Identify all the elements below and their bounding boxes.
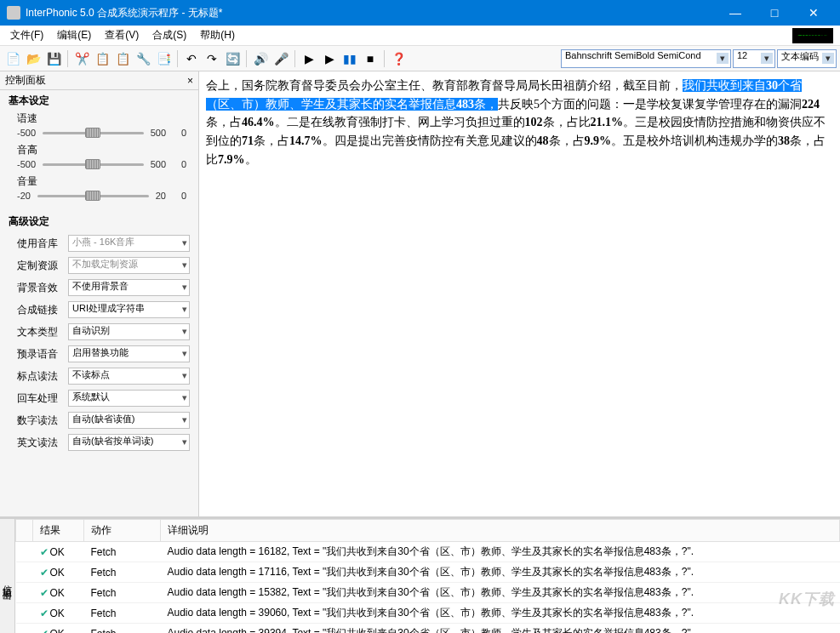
adv-row-0: 使用音库 小燕 - 16K音库 [0,232,198,254]
adv-label: 标点读法 [17,369,63,384]
tool-button-1[interactable]: 🔧 [134,49,152,68]
log-action: Fetch [84,583,161,603]
adv-select[interactable]: 小燕 - 16K音库 [68,235,190,252]
slider-label: 音量 [17,174,186,189]
log-action: Fetch [84,603,161,624]
adv-label: 文本类型 [17,325,63,339]
log-list[interactable]: 结果 动作 详细说明 OK Fetch Audio data length = … [15,519,840,633]
play-section-button[interactable]: ▶ [320,49,339,68]
log-tab[interactable]: 信息输出 [0,519,15,633]
log-row[interactable]: OK Fetch Audio data length = 39060, Text… [16,603,840,624]
close-button[interactable]: ✕ [794,0,833,26]
log-header-detail[interactable]: 详细说明 [161,520,840,542]
slider-max: 500 [151,159,166,169]
menu-file[interactable]: 文件(F) [3,26,50,44]
log-row[interactable]: OK Fetch Audio data length = 39394, Text… [16,624,840,634]
adv-select[interactable]: 不读标点 [68,368,190,385]
adv-select[interactable]: 不加载定制资源 [68,257,190,274]
adv-label: 背景音效 [17,281,63,295]
adv-label: 合成链接 [17,303,63,317]
panel-title: 控制面板 [5,73,46,88]
undo-button[interactable]: ↶ [182,49,201,68]
help-button[interactable]: ❓ [389,49,408,68]
log-header-action[interactable]: 动作 [84,520,161,542]
adv-select[interactable]: 不使用背景音 [68,279,190,296]
open-button[interactable]: 📂 [24,49,43,68]
slider-thumb[interactable] [85,128,100,138]
slider-label: 音高 [17,143,186,157]
slider-track[interactable] [43,132,144,134]
adv-label: 预录语音 [17,347,63,362]
adv-select[interactable]: 自动(缺省读值) [68,412,190,429]
slider-value: 0 [166,159,186,169]
log-row[interactable]: OK Fetch Audio data length = 17116, Text… [16,562,840,583]
adv-label: 英文读法 [17,436,63,450]
text-editor[interactable]: 会上，国务院教育督导委员会办公室主任、教育部教育督导局局长田祖荫介绍，截至目前，… [199,71,840,516]
log-detail: Audio data length = 39060, Text = "我们共收到… [161,603,840,624]
log-row[interactable]: OK Fetch Audio data length = 15382, Text… [16,583,840,603]
slider-value: 0 [166,128,186,138]
menu-help[interactable]: 帮助(H) [193,26,242,44]
menubar: 文件(F) 编辑(E) 查看(V) 合成(S) 帮助(H) [0,26,840,46]
paste-button[interactable]: 📋 [113,49,132,68]
slider-thumb[interactable] [85,191,100,201]
log-action: Fetch [84,562,161,583]
pause-button[interactable]: ▮▮ [340,49,359,68]
menu-view[interactable]: 查看(V) [98,26,146,44]
log-action: Fetch [84,542,161,562]
log-status: OK [33,603,84,624]
log-detail: Audio data length = 15382, Text = "我们共收到… [161,583,840,603]
adv-select[interactable]: 系统默认 [68,390,190,407]
slider-max: 20 [156,191,166,201]
slider-thumb[interactable] [85,159,100,169]
panel-header: 控制面板 × [0,71,198,90]
slider-value: 0 [166,191,186,201]
slider-min: -500 [17,128,36,138]
slider-2: 音量 -20 20 0 [0,174,198,206]
voice-button-2[interactable]: 🎤 [271,49,290,68]
adv-row-5: 预录语音 启用替换功能 [0,343,198,365]
log-header-result[interactable]: 结果 [33,520,84,542]
waveform-indicator [792,28,833,43]
adv-row-3: 合成链接 URI处理成字符串 [0,299,198,321]
slider-track[interactable] [43,163,144,166]
adv-row-6: 标点读法 不读标点 [0,365,198,387]
adv-select[interactable]: 自动(缺省按单词读) [68,434,190,451]
font-combo[interactable]: Bahnschrift SemiBold SemiCond [561,49,731,68]
play-button[interactable]: ▶ [300,49,318,68]
window-title: InterPhonic 5.0 合成系统演示程序 - 无标题* [26,6,716,20]
redo-button[interactable]: ↷ [203,49,221,68]
log-detail: Audio data length = 17116, Text = "我们共收到… [161,562,840,583]
copy-button[interactable]: 📋 [93,49,111,68]
adv-select[interactable]: 自动识别 [68,323,190,340]
slider-min: -20 [17,191,31,201]
panel-close-button[interactable]: × [187,75,193,87]
stop-button[interactable]: ■ [361,49,380,68]
adv-select[interactable]: URI处理成字符串 [68,301,190,318]
toolbar: 📄 📂 💾 ✂️ 📋 📋 🔧 📑 ↶ ↷ 🔄 🔊 🎤 ▶ ▶ ▮▮ ■ ❓ Ba… [0,46,840,71]
tool-button-2[interactable]: 📑 [154,49,173,68]
maximize-button[interactable]: □ [755,0,794,26]
size-combo[interactable]: 12 [733,49,775,68]
menu-edit[interactable]: 编辑(E) [50,26,98,44]
slider-0: 语速 -500 500 0 [0,111,198,143]
cut-button[interactable]: ✂️ [72,49,91,68]
adv-label: 定制资源 [17,259,63,273]
save-button[interactable]: 💾 [44,49,63,68]
new-button[interactable]: 📄 [3,49,22,68]
voice-button-1[interactable]: 🔊 [251,49,270,68]
adv-row-4: 文本类型 自动识别 [0,321,198,343]
app-icon [7,6,20,20]
log-header-icon [16,520,33,542]
refresh-button[interactable]: 🔄 [223,49,242,68]
adv-row-1: 定制资源 不加载定制资源 [0,254,198,277]
encoding-combo[interactable]: 文本编码 [777,49,837,68]
menu-synth[interactable]: 合成(S) [146,26,193,44]
minimize-button[interactable]: — [716,0,755,26]
adv-section-title: 高级设定 [0,211,198,232]
log-row[interactable]: OK Fetch Audio data length = 16182, Text… [16,542,840,562]
adv-select[interactable]: 启用替换功能 [68,345,190,362]
slider-track[interactable] [37,195,149,197]
slider-label: 语速 [17,111,186,126]
adv-row-9: 英文读法 自动(缺省按单词读) [0,431,198,453]
